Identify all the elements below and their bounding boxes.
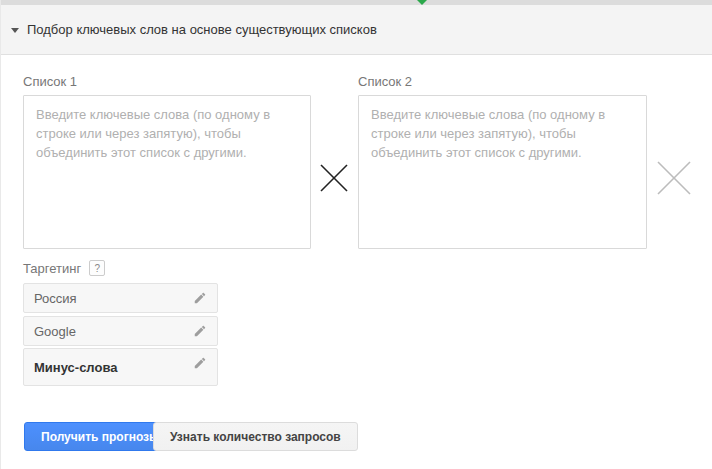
edit-icon[interactable] xyxy=(193,291,207,305)
list2-label: Список 2 xyxy=(358,74,412,89)
targeting-label-row: Таргетинг ? xyxy=(23,260,105,276)
list2-textarea[interactable] xyxy=(358,95,647,249)
list1-textarea[interactable] xyxy=(23,95,311,249)
multiply-placeholder-icon xyxy=(654,158,694,198)
help-button[interactable]: ? xyxy=(89,260,105,276)
targeting-row-network[interactable]: Google xyxy=(23,316,218,346)
targeting-label: Таргетинг xyxy=(23,261,81,276)
targeting-row-label: Google xyxy=(34,324,193,339)
keyword-planner-panel: Подбор ключевых слов на основе существую… xyxy=(0,0,712,469)
multiply-icon xyxy=(318,162,350,194)
collapse-caret-icon xyxy=(11,28,19,33)
targeting-row-label: Минус-слова xyxy=(34,360,193,375)
targeting-row-location[interactable]: Россия xyxy=(23,283,218,313)
targeting-row-negative-keywords[interactable]: Минус-слова xyxy=(23,348,218,386)
get-search-volume-button[interactable]: Узнать количество запросов xyxy=(153,422,358,451)
section-title: Подбор ключевых слов на основе существую… xyxy=(27,22,377,37)
section-header[interactable]: Подбор ключевых слов на основе существую… xyxy=(1,5,712,55)
edit-icon[interactable] xyxy=(193,324,207,338)
edit-icon[interactable] xyxy=(193,356,207,370)
targeting-row-label: Россия xyxy=(34,291,193,306)
list1-label: Список 1 xyxy=(23,74,77,89)
